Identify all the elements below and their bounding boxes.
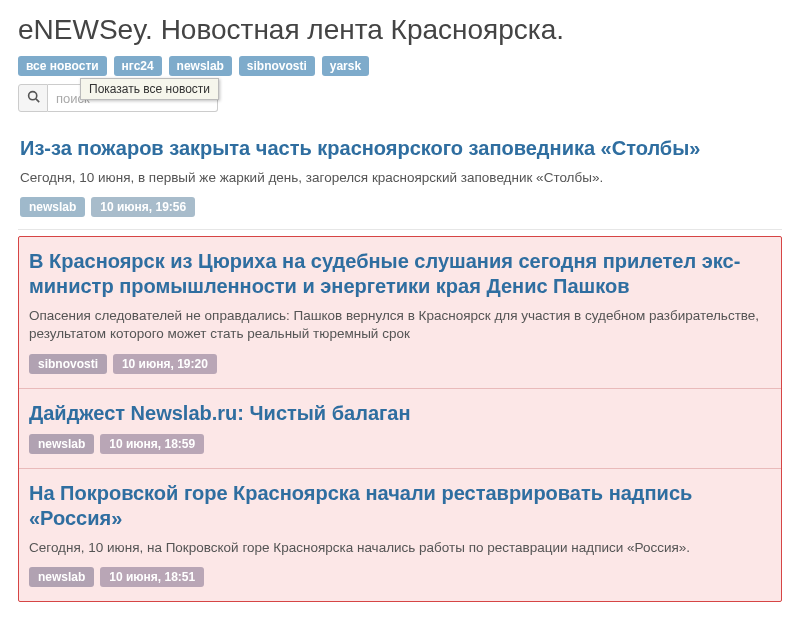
article-summary: Сегодня, 10 июня, в первый же жаркий ден… (20, 169, 780, 187)
time-badge: 10 июня, 18:51 (100, 567, 204, 587)
time-badge: 10 июня, 19:56 (91, 197, 195, 217)
highlighted-group: В Красноярск из Цюриха на судебные слуша… (18, 236, 782, 602)
filter-all[interactable]: все новости (18, 56, 107, 76)
article-summary: Сегодня, 10 июня, на Покровской горе Кра… (29, 539, 771, 557)
time-badge: 10 июня, 19:20 (113, 354, 217, 374)
article: В Красноярск из Цюриха на судебные слуша… (19, 237, 781, 388)
page-title: eNEWSey. Новостная лента Красноярска. (18, 14, 782, 46)
search-row: Показать все новости (18, 84, 782, 112)
tooltip: Показать все новости (80, 78, 219, 100)
article-title[interactable]: Дайджест Newslab.ru: Чистый балаган (29, 401, 771, 426)
filter-bar: все новости нгс24 newslab sibnovosti yar… (18, 56, 782, 76)
search-button[interactable] (18, 84, 48, 112)
article: На Покровской горе Красноярска начали ре… (19, 469, 781, 601)
filter-newslab[interactable]: newslab (169, 56, 232, 76)
filter-sibnovosti[interactable]: sibnovosti (239, 56, 315, 76)
filter-ngs24[interactable]: нгс24 (114, 56, 162, 76)
article: Из-за пожаров закрыта часть красноярског… (18, 126, 782, 230)
search-icon (27, 90, 40, 106)
filter-yarsk[interactable]: yarsk (322, 56, 369, 76)
article-summary: Опасения следователей не оправдались: Па… (29, 307, 771, 343)
source-badge[interactable]: newslab (29, 567, 94, 587)
article: Дайджест Newslab.ru: Чистый балаган news… (19, 389, 781, 469)
svg-point-0 (28, 92, 36, 100)
time-badge: 10 июня, 18:59 (100, 434, 204, 454)
article-title[interactable]: На Покровской горе Красноярска начали ре… (29, 481, 771, 531)
source-badge[interactable]: newslab (29, 434, 94, 454)
source-badge[interactable]: newslab (20, 197, 85, 217)
article-title[interactable]: Из-за пожаров закрыта часть красноярског… (20, 136, 780, 161)
svg-line-1 (35, 99, 38, 102)
article-title[interactable]: В Красноярск из Цюриха на судебные слуша… (29, 249, 771, 299)
source-badge[interactable]: sibnovosti (29, 354, 107, 374)
